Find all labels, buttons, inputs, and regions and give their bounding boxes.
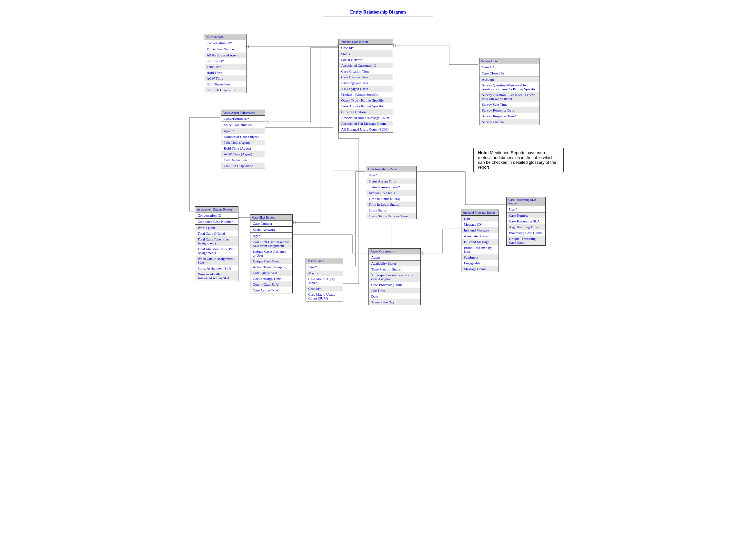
entity-field: Case Processing Time: [369, 282, 421, 288]
entity-field: Inbox Assignment SLA: [195, 265, 238, 271]
entity-field: Date: [461, 216, 499, 221]
entity-field: Combined Case Number: [195, 218, 238, 225]
entity-header: Case SLA Report: [250, 215, 292, 220]
entity-field: Action Time (Group by): [250, 264, 292, 270]
entity-header: Inbound Case Report: [339, 39, 393, 45]
entity-header: Assignment Engine Report: [195, 207, 238, 212]
entity-field: Case Number: [250, 220, 292, 227]
entity-field: Status: [339, 51, 393, 57]
entity-assignment-engine: Assignment Engine Report Conversation ID…: [195, 206, 238, 281]
entity-field: Survey Question Were we able to resolve …: [480, 82, 539, 92]
entity-field: Talk Time: [204, 64, 246, 70]
entity-field: Total Abandon Calls (Per Assignment): [195, 246, 238, 256]
entity-field: Count (Case SLA): [250, 282, 292, 287]
entity-field: All Engaged Users: [339, 86, 393, 92]
entity-field: Case Id*: [480, 64, 539, 70]
entity-field: Brand Response By User: [461, 245, 499, 254]
entity-header: Voice Agent Pefromance: [221, 110, 265, 116]
entity-field: Number of calls Answered within SLA: [195, 271, 238, 281]
entity-voice-agent-performance: Voice Agent Pefromance Conversation ID* …: [221, 110, 265, 169]
entity-field: All Engaged Users Count (SUM): [339, 126, 393, 132]
entity-field: User*: [366, 172, 416, 178]
entity-field: Case Closed By: [480, 70, 539, 76]
entity-field: Availability Status: [366, 190, 416, 196]
entity-field: Hold Time: [204, 70, 246, 75]
entity-field: Case Closure Time: [339, 74, 393, 80]
entity-field: Woek Queue Assignment SLA: [195, 256, 238, 265]
note-box: Note: Mentioned Reports have more metric…: [473, 147, 564, 173]
entity-field: Date: [369, 294, 421, 299]
entity-field: Agent: [250, 233, 292, 239]
entity-field: Case Processing SLA: [507, 218, 545, 224]
entity-header: User Availablity Report: [366, 166, 416, 172]
entity-field: Case Action Type: [250, 287, 292, 293]
entity-field: Associated Customer ID: [339, 63, 393, 68]
entity-field: Case Id*: [306, 286, 343, 292]
entity-field: Query Type - Partner Specific: [339, 97, 393, 103]
entity-field: All Participated Agent: [204, 52, 246, 58]
entity-header: Inbound Message Dump: [461, 210, 499, 216]
entity-field: Case Macro Usage Count (SUM): [306, 292, 343, 301]
entity-field: Status Assign Time: [366, 178, 416, 184]
entity-field: Macro: [306, 270, 343, 276]
entity-field: Call Count*: [204, 58, 246, 64]
entity-field: Survey Channel: [480, 119, 539, 125]
entity-field: Total Calls Offered: [195, 230, 238, 236]
entity-field: Unique Case Count: [250, 258, 292, 264]
entity-field: Account: [480, 76, 539, 82]
entity-field: Engageable: [461, 260, 499, 266]
entity-field: Associated Fan Message Count: [339, 121, 393, 126]
entity-header: Voice Report: [204, 34, 246, 40]
entity-field: Time of the Day: [369, 299, 421, 305]
entity-field: Survey Question : Please let us know how…: [480, 92, 539, 101]
entity-field: Call Disposition: [204, 81, 246, 87]
entity-field: Status Remove Time*: [366, 184, 416, 190]
entity-field: Voice Case Number: [204, 46, 246, 52]
entity-field: Product - Partner Specific: [339, 92, 393, 97]
entity-field: Case Id*: [339, 45, 393, 51]
entity-field: Talk Time (Agent): [221, 140, 265, 145]
entity-agent-occupancy: Agent Occupancy Agent Availablity Status…: [368, 248, 421, 305]
entity-field: Issue About - Partner Specific: [339, 103, 393, 109]
entity-field: Voice Case Number: [221, 122, 265, 128]
entity-field: Survey Response Date: [480, 107, 539, 113]
entity-field: Queue Assign Time: [250, 276, 292, 282]
entity-field: Conversation ID*: [204, 40, 246, 46]
diagram-title: Entity Relationship Diagram: [159, 10, 597, 15]
entity-field: User*: [507, 206, 545, 212]
entity-field: Call Sub Disposition: [221, 163, 265, 169]
entity-header: Survey Dump: [480, 58, 539, 64]
entity-header: Case Processing SLA Report: [507, 197, 545, 206]
entity-macro-table: Macro Table User* Macro Case Macro Apply…: [305, 258, 343, 302]
title-underline: [323, 16, 433, 16]
entity-field: Agent*: [221, 128, 265, 134]
entity-inbound-case: Inbound Case Report Case Id* Status Soci…: [338, 39, 393, 132]
entity-field: Case First User Response SLA from assign…: [250, 239, 292, 248]
entity-user-availability: User Availablity Report User* Status Ass…: [366, 166, 417, 219]
entity-field: Case Number: [507, 212, 545, 218]
entity-field: ACW Time: [204, 75, 246, 81]
entity-field: Survey Response Time*: [480, 113, 539, 119]
entity-field: Call Disposition: [221, 157, 265, 163]
entity-field: Unique Processing Case Count: [507, 236, 545, 245]
entity-case-sla: Case SLA Report Case Number Social Netwo…: [250, 214, 293, 294]
entity-inbound-message-dump: Inbound Message Dump Date Message ID* In…: [461, 209, 499, 272]
entity-field: Conversation ID*: [221, 116, 265, 122]
entity-voice-report: Voice Report Conversation ID* Voice Case…: [204, 34, 247, 93]
entity-field: Sentiment: [461, 254, 499, 260]
entity-field: Call Sub Disposition: [204, 87, 246, 93]
entity-field: Processing Case Count: [507, 230, 545, 236]
entity-survey-dump: Survey Dump Case Id* Case Closed By Acco…: [479, 58, 539, 125]
entity-field: Survey Sent Time: [480, 101, 539, 107]
entity-field: Case Queue SLA: [250, 270, 292, 276]
entity-field: Message ID*: [461, 221, 499, 227]
entity-header: Macro Table: [306, 258, 343, 264]
entity-field: ACW Time (Agent): [221, 151, 265, 157]
entity-field: Total Calls Taken (per Assignment): [195, 236, 238, 246]
entity-field: Agent: [369, 254, 421, 260]
entity-field: Case Creation Time: [339, 68, 393, 74]
entity-field: Time Spent in Status: [369, 266, 421, 272]
entity-field: Unique Cases Assigned to User: [250, 248, 292, 258]
note-label: Note:: [478, 150, 489, 155]
entity-field: Conversation ID: [195, 212, 238, 218]
